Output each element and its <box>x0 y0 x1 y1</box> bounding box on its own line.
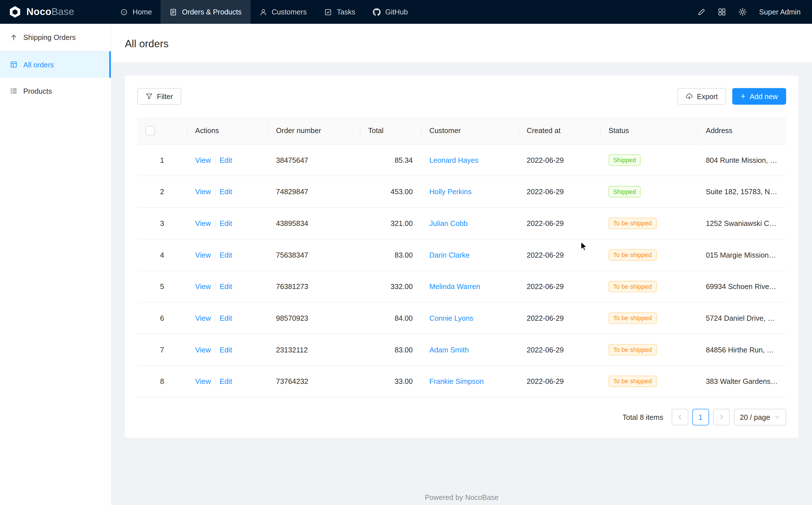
customer-link[interactable]: Frankie Simpson <box>429 377 484 385</box>
status-badge: Shipped <box>608 186 641 198</box>
gear-icon[interactable] <box>739 8 747 16</box>
order-number-cell: 23132112 <box>268 334 360 366</box>
brand-name: NocoBase <box>26 6 74 18</box>
filter-button-label: Filter <box>157 92 173 101</box>
nav-item-tasks[interactable]: Tasks <box>315 0 364 24</box>
status-badge: To be shipped <box>608 344 657 356</box>
pagination: Total 8 items 1 20 / page <box>137 409 786 426</box>
edit-link[interactable]: Edit <box>220 156 232 164</box>
app-root: NocoBase Home Orders & Products Customer… <box>0 0 812 505</box>
action-divider <box>215 283 216 291</box>
plugin-blocks-icon[interactable] <box>718 8 726 16</box>
column-header-status: Status <box>600 117 698 145</box>
ui-editor-icon[interactable] <box>697 8 705 16</box>
view-link[interactable]: View <box>195 219 211 227</box>
brand-name-light: Base <box>51 6 74 17</box>
row-index: 8 <box>137 366 187 397</box>
orders-table: Actions Order number Total Customer Crea… <box>137 117 786 398</box>
chevron-left-icon <box>677 414 683 420</box>
edit-link[interactable]: Edit <box>220 283 232 291</box>
view-link[interactable]: View <box>195 314 211 322</box>
order-number-cell: 75638347 <box>268 239 360 271</box>
check-square-icon <box>324 8 332 16</box>
filter-button[interactable]: Filter <box>137 88 181 105</box>
export-button[interactable]: Export <box>677 88 726 105</box>
row-index: 2 <box>137 176 187 208</box>
column-header-actions: Actions <box>187 117 268 145</box>
table-row: 6ViewEdit9857092384.00Connie Lyons2022-0… <box>137 303 786 334</box>
customer-link[interactable]: Julian Cobb <box>429 219 467 227</box>
page-number-button[interactable]: 1 <box>692 409 709 426</box>
created-at-cell: 2022-06-29 <box>518 208 600 239</box>
sidebar-item-shipping-orders[interactable]: Shipping Orders <box>0 24 111 51</box>
action-divider <box>215 346 216 354</box>
page-size-select[interactable]: 20 / page <box>734 409 786 426</box>
address-cell: 5724 Daniel Drive, Suite 563, 54403, Wen… <box>698 303 786 334</box>
nav-item-label: GitHub <box>385 8 408 16</box>
created-at-cell: 2022-06-29 <box>518 176 600 208</box>
top-navbar: NocoBase Home Orders & Products Customer… <box>0 0 812 24</box>
nav-item-customers[interactable]: Customers <box>250 0 315 24</box>
customer-link[interactable]: Leonard Hayes <box>429 156 479 164</box>
sidebar-item-all-orders[interactable]: All orders <box>0 51 111 77</box>
table-row: 4ViewEdit7563834783.00Darin Clarke2022-0… <box>137 239 786 271</box>
row-index: 6 <box>137 303 187 334</box>
edit-link[interactable]: Edit <box>220 251 232 259</box>
add-new-button[interactable]: + Add new <box>733 88 786 105</box>
customer-link[interactable]: Darin Clarke <box>429 251 469 259</box>
orders-card: Filter Export + Add new Actions O <box>125 75 798 438</box>
footer: Powered by NocoBase <box>111 493 812 502</box>
customer-link[interactable]: Holly Perkins <box>429 188 472 196</box>
edit-link[interactable]: Edit <box>220 377 232 385</box>
address-cell: 84856 Hirthe Run, Suite 268, 94754-6705,… <box>698 334 786 366</box>
order-total-cell: 321.00 <box>360 208 421 239</box>
address-cell: 383 Walter Gardens, Suite 040, 24947, Be… <box>698 366 786 397</box>
row-index: 4 <box>137 239 187 271</box>
sidebar-item-products[interactable]: Products <box>0 78 111 104</box>
view-link[interactable]: View <box>195 251 211 259</box>
view-link[interactable]: View <box>195 346 211 354</box>
select-all-checkbox[interactable] <box>146 126 155 135</box>
edit-link[interactable]: Edit <box>220 219 232 227</box>
nav-item-label: Customers <box>272 8 307 16</box>
order-total-cell: 83.00 <box>360 239 421 271</box>
order-total-cell: 84.00 <box>360 303 421 334</box>
view-link[interactable]: View <box>195 188 211 196</box>
view-link[interactable]: View <box>195 283 211 291</box>
customer-link[interactable]: Connie Lyons <box>429 314 473 322</box>
export-button-label: Export <box>697 92 718 101</box>
nav-item-home[interactable]: Home <box>111 0 161 24</box>
customer-link[interactable]: Melinda Warren <box>429 283 480 291</box>
page-header: All orders <box>111 24 812 62</box>
prev-page-button[interactable] <box>671 409 688 426</box>
action-divider <box>215 315 216 322</box>
view-link[interactable]: View <box>195 156 211 164</box>
table-row: 7ViewEdit2313211283.00Adam Smith2022-06-… <box>137 334 786 366</box>
action-divider <box>215 251 216 259</box>
footer-text: Powered by NocoBase <box>425 493 499 502</box>
action-divider <box>215 220 216 227</box>
user-menu[interactable]: Super Admin <box>759 8 801 16</box>
table-toolbar: Filter Export + Add new <box>137 88 786 105</box>
nav-item-github[interactable]: GitHub <box>364 0 417 24</box>
export-cloud-icon <box>686 93 693 100</box>
order-total-cell: 83.00 <box>360 334 421 366</box>
created-at-cell: 2022-06-29 <box>518 334 600 366</box>
action-divider <box>215 188 216 196</box>
nav-item-label: Orders & Products <box>182 8 242 16</box>
brand[interactable]: NocoBase <box>0 0 111 24</box>
sidebar: Shipping Orders All orders Products <box>0 24 111 505</box>
edit-link[interactable]: Edit <box>220 314 232 322</box>
home-icon <box>120 8 128 16</box>
edit-link[interactable]: Edit <box>220 346 232 354</box>
created-at-cell: 2022-06-29 <box>518 303 600 334</box>
customer-link[interactable]: Adam Smith <box>429 346 469 354</box>
navbar-tools: Super Admin <box>697 0 812 24</box>
next-page-button[interactable] <box>713 409 730 426</box>
address-cell: 69934 Schoen River, Apt. 646, 49704, Wal… <box>698 271 786 303</box>
main-content: All orders Filter Export + Add new <box>111 24 812 505</box>
status-badge: To be shipped <box>608 281 657 293</box>
nav-item-orders-products[interactable]: Orders & Products <box>161 0 250 24</box>
edit-link[interactable]: Edit <box>220 188 232 196</box>
view-link[interactable]: View <box>195 377 211 385</box>
